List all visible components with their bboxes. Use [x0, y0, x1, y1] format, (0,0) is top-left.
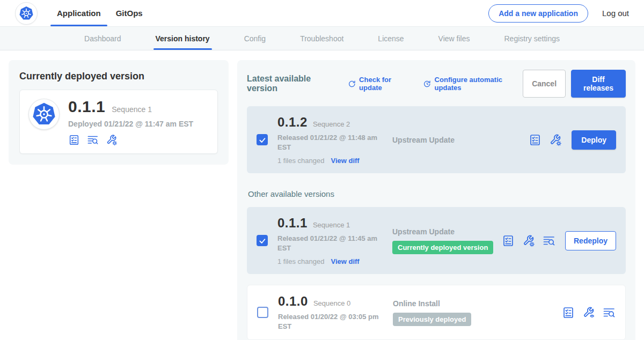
previously-deployed-badge: Previously deployed: [393, 313, 471, 326]
subnav-registry-settings-label: Registry settings: [504, 34, 560, 43]
logs-magnifier-icon[interactable]: [603, 306, 616, 319]
version-row-0-1-2: 0.1.2 Sequence 2 Released 01/21/22 @ 11:…: [247, 106, 626, 173]
subnav-license[interactable]: License: [378, 27, 404, 50]
logs-magnifier-icon[interactable]: [543, 234, 555, 247]
currently-deployed-title: Currently deployed version: [19, 71, 218, 82]
top-right-actions: Add a new application Log out: [488, 0, 629, 26]
sequence-label: Sequence 2: [313, 120, 350, 128]
subnav-dashboard[interactable]: Dashboard: [84, 27, 121, 50]
version-checkbox[interactable]: [257, 307, 268, 318]
sequence-label: Sequence 1: [313, 221, 350, 229]
version-number: 0.1.2: [277, 115, 308, 130]
source-label: Online Install: [393, 299, 562, 308]
subnav-registry-settings[interactable]: Registry settings: [504, 27, 560, 50]
source-label: Upstream Update: [392, 136, 529, 144]
diff-releases-button[interactable]: Diff releases: [571, 70, 626, 98]
currently-deployed-badge: Currently deployed version: [392, 241, 493, 254]
source-label: Upstream Update: [392, 227, 502, 236]
diff-controls: Cancel Diff releases: [523, 70, 626, 98]
redeploy-button[interactable]: Redeploy: [565, 231, 616, 250]
currently-deployed-card: Currently deployed version 0.1.1 Sequenc…: [9, 60, 229, 165]
released-timestamp: Released 01/21/22 @ 11:48 am EST: [277, 133, 379, 152]
checkmark-icon: [258, 136, 266, 144]
top-nav-bar: Application GitOps Add a new application…: [0, 0, 644, 27]
cancel-button[interactable]: Cancel: [523, 70, 566, 98]
subnav-troubleshoot[interactable]: Troubleshoot: [300, 27, 343, 50]
deployed-version-number: 0.1.1: [68, 98, 105, 116]
checkmark-icon: [258, 236, 266, 245]
checklist-icon[interactable]: [529, 134, 541, 146]
deployed-version-info: 0.1.1 Sequence 1 Deployed 01/21/22 @ 11:…: [68, 98, 193, 146]
subnav-dashboard-label: Dashboard: [84, 34, 121, 43]
refresh-icon: [348, 79, 356, 88]
subnav-troubleshoot-label: Troubleshoot: [300, 34, 343, 43]
version-number: 0.1.1: [277, 216, 308, 231]
check-for-update-link[interactable]: Check for update: [348, 76, 411, 92]
checklist-icon[interactable]: [562, 306, 575, 319]
version-history-panel: Latest available version Check for updat…: [237, 60, 635, 340]
deployed-timestamp: Deployed 01/21/22 @ 11:47 am EST: [68, 120, 193, 128]
version-info: 0.1.0 Sequence 0 Released 01/20/22 @ 03:…: [278, 294, 390, 331]
subnav-view-files[interactable]: View files: [438, 27, 470, 50]
files-changed-label: 1 files changed: [277, 157, 324, 165]
version-actions: Redeploy: [502, 231, 616, 250]
app-kubernetes-icon: [28, 99, 60, 130]
top-tabs: Application GitOps: [49, 0, 150, 26]
tab-gitops-label: GitOps: [116, 9, 143, 18]
deployed-sequence-label: Sequence 1: [112, 105, 152, 114]
kubernetes-logo: [15, 2, 38, 25]
other-available-versions-title: Other available versions: [248, 189, 626, 198]
version-source: Upstream Update: [389, 136, 529, 144]
logout-link[interactable]: Log out: [602, 9, 629, 18]
version-row-0-1-0: 0.1.0 Sequence 0 Released 01/20/22 @ 03:…: [247, 285, 626, 340]
version-number: 0.1.0: [278, 294, 308, 309]
logs-magnifier-icon[interactable]: [87, 134, 99, 146]
main-content: Currently deployed version 0.1.1 Sequenc…: [0, 50, 644, 340]
version-actions: [562, 306, 616, 319]
version-source: Online Install Previously deployed: [390, 299, 562, 326]
add-new-application-button[interactable]: Add a new application: [488, 4, 588, 23]
app-subnav: Dashboard Version history Config Trouble…: [0, 27, 644, 50]
configure-automatic-updates-link[interactable]: Configure automatic updates: [423, 76, 523, 92]
deployed-version-actions: [68, 134, 193, 146]
checklist-icon[interactable]: [68, 134, 80, 146]
version-row-0-1-1: 0.1.1 Sequence 1 Released 01/21/22 @ 11:…: [247, 207, 626, 274]
latest-version-header: Latest available version Check for updat…: [247, 70, 626, 98]
latest-available-title: Latest available version: [247, 74, 336, 93]
deploy-button[interactable]: Deploy: [572, 130, 616, 150]
version-source: Upstream Update Currently deployed versi…: [389, 227, 502, 254]
sequence-label: Sequence 0: [313, 299, 350, 307]
wrench-gear-icon[interactable]: [522, 234, 535, 247]
check-for-update-label: Check for update: [359, 76, 411, 92]
subnav-config-label: Config: [244, 34, 266, 43]
wrench-eye-icon[interactable]: [582, 306, 595, 319]
released-timestamp: Released 01/21/22 @ 11:45 am EST: [277, 234, 379, 253]
released-timestamp: Released 01/20/22 @ 03:05 pm EST: [278, 312, 380, 331]
view-diff-link[interactable]: View diff: [331, 157, 359, 165]
deployed-version-card: 0.1.1 Sequence 1 Deployed 01/21/22 @ 11:…: [19, 90, 218, 154]
version-info: 0.1.2 Sequence 2 Released 01/21/22 @ 11:…: [277, 115, 389, 165]
view-diff-link[interactable]: View diff: [331, 257, 359, 265]
checklist-icon[interactable]: [502, 234, 515, 247]
version-checkbox[interactable]: [257, 134, 268, 145]
subnav-config[interactable]: Config: [244, 27, 266, 50]
files-changed-label: 1 files changed: [277, 257, 324, 265]
wrench-gear-icon[interactable]: [549, 134, 562, 146]
subnav-version-history-label: Version history: [156, 34, 210, 43]
clock-refresh-icon: [423, 79, 431, 88]
version-actions: Deploy: [529, 130, 616, 150]
tab-application-label: Application: [57, 9, 101, 18]
tab-application[interactable]: Application: [49, 0, 108, 26]
subnav-license-label: License: [378, 34, 404, 43]
version-info: 0.1.1 Sequence 1 Released 01/21/22 @ 11:…: [277, 216, 389, 265]
subnav-version-history[interactable]: Version history: [156, 27, 210, 50]
version-checkbox[interactable]: [257, 235, 268, 246]
subnav-view-files-label: View files: [438, 34, 470, 43]
configure-automatic-updates-label: Configure automatic updates: [435, 76, 523, 92]
wrench-gear-icon[interactable]: [106, 134, 118, 146]
tab-gitops[interactable]: GitOps: [108, 0, 150, 26]
